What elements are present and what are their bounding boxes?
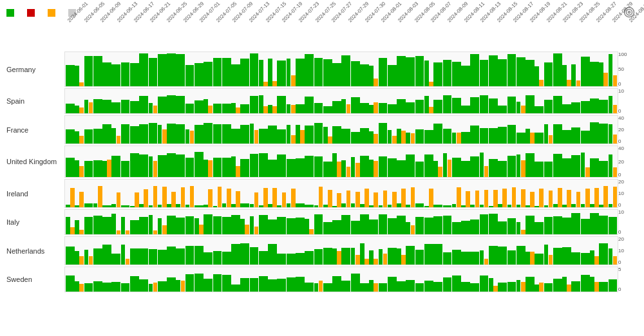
- bar-group: [176, 53, 185, 86]
- bar-group: [185, 210, 194, 234]
- bar-group: [351, 268, 360, 292]
- bar-group: [609, 147, 618, 177]
- bar-group: [388, 53, 397, 86]
- ok-bar: [240, 59, 249, 86]
- ok-bar: [507, 218, 516, 234]
- bar-group: [93, 117, 102, 144]
- anomaly-bar: [484, 190, 489, 207]
- ok-bar: [305, 126, 314, 144]
- bar-group: [379, 53, 388, 86]
- bar-group: [121, 53, 130, 86]
- ok-bar: [571, 102, 580, 113]
- ok-bar: [369, 280, 374, 292]
- ok-bar: [351, 248, 355, 265]
- bar-group: [507, 89, 516, 113]
- bar-group: [406, 268, 415, 292]
- chart-row-sweden: Sweden50: [6, 266, 638, 292]
- ok-bar: [250, 216, 254, 234]
- bar-group: [75, 53, 84, 86]
- bar-group: [222, 180, 231, 207]
- bar-group: [268, 268, 277, 292]
- bar-group: [461, 147, 470, 177]
- bar-group: [498, 53, 507, 86]
- bar-group: [351, 147, 360, 177]
- ok-bar: [240, 203, 249, 207]
- bar-group: [176, 180, 185, 207]
- bar-group: [167, 210, 176, 234]
- ok-bar: [341, 129, 350, 144]
- ok-bar: [121, 205, 130, 207]
- bar-group: [480, 89, 489, 113]
- ok-bar: [498, 127, 507, 144]
- ok-bar: [388, 205, 392, 207]
- bar-group: [213, 89, 222, 113]
- ok-bar: [388, 130, 392, 144]
- bar-group: [305, 268, 314, 292]
- ok-bar: [415, 217, 424, 234]
- bar-group: [535, 89, 544, 113]
- row-label-spain: Spain: [6, 97, 64, 105]
- ok-bar: [397, 248, 401, 265]
- bar-group: [489, 238, 498, 265]
- ok-bar: [553, 279, 562, 292]
- anomaly-bar: [153, 283, 158, 292]
- ok-bar: [461, 252, 470, 265]
- ok-bar: [571, 155, 580, 177]
- ok-bar: [185, 274, 194, 292]
- ok-bar: [379, 205, 383, 207]
- ok-bar: [526, 153, 535, 177]
- ok-bar: [498, 221, 507, 234]
- chart-row-spain: Spain100: [6, 88, 638, 114]
- bar-group: [415, 180, 424, 207]
- anomaly-bar: [79, 284, 84, 292]
- ok-bar: [535, 162, 544, 177]
- ok-bar: [204, 160, 208, 177]
- ok-bar: [516, 280, 521, 292]
- ok-bar: [562, 158, 571, 177]
- y-tick-40: 40: [618, 115, 638, 121]
- bar-group: [351, 89, 360, 113]
- ok-bar: [222, 275, 231, 292]
- bar-group: [167, 147, 176, 177]
- ok-bar: [314, 214, 323, 234]
- bar-group: [590, 147, 599, 177]
- ok-bar: [176, 96, 185, 113]
- bar-group: [314, 210, 323, 234]
- ok-bar: [84, 56, 93, 86]
- bar-group: [240, 117, 249, 144]
- bars-france: [64, 115, 618, 144]
- ok-bar: [149, 156, 153, 177]
- bar-group: [250, 117, 259, 144]
- bar-group: [461, 180, 470, 207]
- ok-bar: [452, 275, 461, 292]
- bar-group: [507, 268, 516, 292]
- ok-bar: [84, 161, 93, 177]
- anomaly-bar: [117, 136, 121, 144]
- y-axis-labels: 40200: [618, 145, 638, 178]
- bar-group: [599, 268, 608, 292]
- anomaly-bar: [346, 191, 351, 207]
- anomaly-bar: [227, 189, 231, 207]
- bar-group: [149, 210, 158, 234]
- bar-group: [305, 238, 314, 265]
- anomaly-bar: [135, 192, 139, 207]
- anomaly-bar: [355, 255, 360, 265]
- ok-bar: [424, 130, 433, 144]
- bar-group: [360, 117, 369, 144]
- ok-bar: [581, 253, 590, 265]
- ok-bar: [176, 154, 185, 177]
- ok-bar: [250, 278, 259, 292]
- anomaly-bar: [236, 191, 240, 207]
- ok-bar: [480, 60, 489, 86]
- bar-group: [204, 147, 213, 177]
- bar-group: [75, 238, 84, 265]
- bar-group: [111, 180, 120, 207]
- ok-bar: [526, 277, 535, 292]
- ok-bar: [167, 277, 176, 292]
- ok-bar: [296, 125, 300, 144]
- ok-bar: [222, 217, 231, 234]
- bar-group: [139, 180, 148, 207]
- bar-group: [443, 53, 452, 86]
- ok-bar: [93, 99, 102, 113]
- ok-bar: [516, 205, 521, 207]
